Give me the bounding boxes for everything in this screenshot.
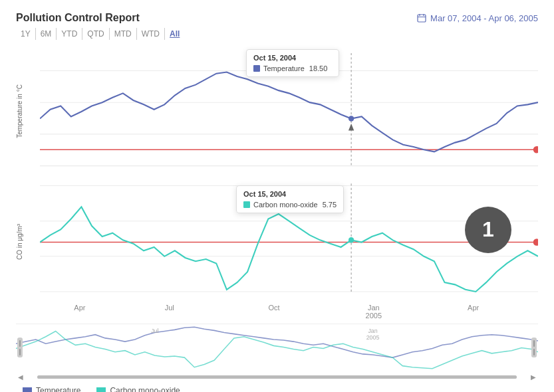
svg-point-13 — [533, 146, 538, 153]
y-label-co: CO in μg/m³ — [16, 180, 40, 304]
y-label-temp: Temperature in °C — [16, 43, 40, 180]
page-title: Pollution Control Report — [16, 12, 140, 24]
temp-svg: 0 10 20 30 — [40, 43, 538, 180]
legend-temp-label: Temperature — [36, 386, 80, 392]
btn-qtd[interactable]: QTD — [82, 28, 109, 40]
x-label-oct: Oct — [268, 304, 279, 312]
mini-chart: Jul Jan 2005 — [16, 324, 538, 371]
x-label-jul: Jul — [165, 304, 174, 312]
svg-marker-16 — [348, 124, 354, 131]
date-range-text: Mar 07, 2004 - Apr 06, 2005 — [430, 13, 538, 23]
x-axis-labels: Apr Jul Oct Jan2005 Apr — [40, 304, 538, 322]
svg-point-15 — [348, 116, 354, 121]
x-label-apr2: Apr — [468, 304, 479, 312]
number-bubble: 1 — [465, 207, 511, 253]
mini-chart-inner: Jul Jan 2005 — [16, 324, 538, 371]
co-svg: 0 2 4 — [40, 180, 538, 304]
legend-co-swatch — [96, 387, 106, 392]
legend-co-label: Carbon mono-oxide — [110, 386, 180, 392]
toolbar: 1Y 6M YTD QTD MTD WTD All — [16, 28, 538, 40]
btn-all[interactable]: All — [165, 28, 184, 40]
btn-mtd[interactable]: MTD — [110, 28, 137, 40]
svg-text:Jan: Jan — [368, 327, 377, 334]
mini-right-handle[interactable] — [531, 338, 537, 357]
x-label-jan: Jan2005 — [366, 304, 382, 320]
btn-ytd[interactable]: YTD — [57, 28, 82, 40]
bubble-number: 1 — [482, 217, 494, 242]
charts-area: Temperature in °C 0 10 20 30 — [16, 43, 538, 382]
legend-co: Carbon mono-oxide — [96, 386, 180, 392]
mini-svg: Jul Jan 2005 — [16, 324, 538, 371]
svg-point-27 — [348, 237, 354, 243]
date-range: Mar 07, 2004 - Apr 06, 2005 — [417, 13, 538, 23]
legend-temp-swatch — [23, 387, 32, 392]
svg-text:Jul: Jul — [151, 327, 158, 334]
main-container: Pollution Control Report Mar 07, 2004 - … — [0, 0, 554, 392]
btn-wtd[interactable]: WTD — [137, 28, 165, 40]
x-label-apr1: Apr — [74, 304, 85, 312]
co-chart: CO in μg/m³ 0 2 4 — [16, 180, 538, 304]
btn-6m[interactable]: 6M — [36, 28, 57, 40]
scrollbar-thumb[interactable] — [37, 375, 517, 379]
co-svg-area: 0 2 4 Oct 15, 2004 — [40, 180, 538, 304]
svg-text:2005: 2005 — [366, 334, 380, 341]
scrollbar-track[interactable] — [37, 375, 517, 379]
legend: Temperature Carbon mono-oxide — [23, 386, 538, 392]
temp-svg-area: 0 10 20 30 O — [40, 43, 538, 180]
scroll-right-arrow[interactable]: ▶ — [529, 373, 538, 382]
btn-1y[interactable]: 1Y — [16, 28, 36, 40]
mini-left-handle[interactable] — [17, 338, 23, 357]
svg-point-25 — [533, 239, 538, 246]
calendar-icon — [417, 13, 426, 23]
legend-temp: Temperature — [23, 386, 80, 392]
svg-rect-0 — [418, 15, 426, 22]
scroll-left-arrow[interactable]: ◀ — [16, 373, 25, 382]
header: Pollution Control Report Mar 07, 2004 - … — [16, 12, 538, 24]
temperature-chart: Temperature in °C 0 10 20 30 — [16, 43, 538, 180]
scrollbar[interactable]: ◀ ▶ — [16, 373, 538, 382]
